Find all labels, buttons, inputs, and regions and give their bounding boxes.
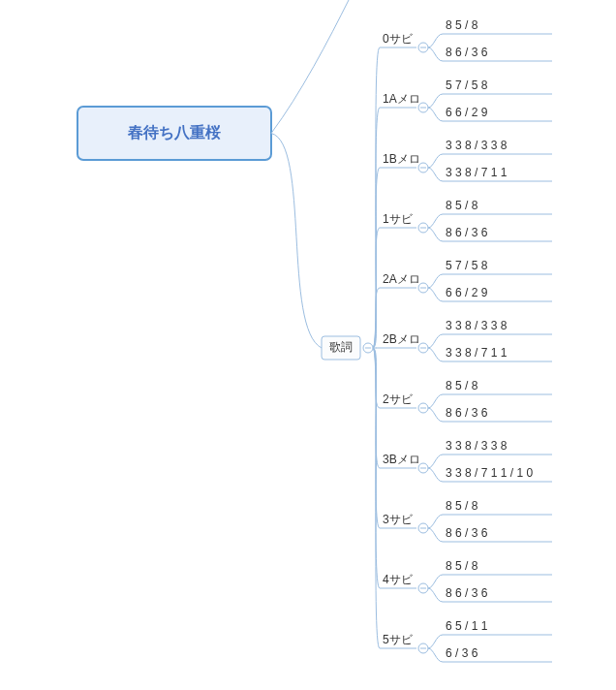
connector-kashi-section — [373, 288, 380, 348]
section-label[interactable]: 2Bメロ — [383, 332, 420, 346]
leaf-value: 3 3 8 / 7 1 1 — [446, 166, 508, 179]
leaf-value: 8 5 / 8 — [446, 18, 478, 32]
root-title: 春待ち八重桜 — [127, 124, 221, 141]
connector-root-up — [271, 0, 349, 134]
leaf-value: 5 7 / 5 8 — [446, 78, 488, 92]
leaf-value: 8 6 / 3 6 — [446, 46, 488, 59]
connector-section-leaf — [428, 455, 443, 468]
leaf-value: 3 3 8 / 3 3 8 — [446, 319, 508, 332]
leaf-value: 8 6 / 3 6 — [446, 586, 488, 600]
section-label[interactable]: 4サビ — [383, 573, 414, 586]
section-label[interactable]: 2サビ — [383, 392, 414, 406]
connector-section-leaf — [428, 214, 443, 228]
connector-section-leaf — [428, 648, 443, 662]
connector-section-leaf — [428, 108, 443, 121]
connector-root-kashi — [271, 134, 322, 349]
connector-section-leaf — [428, 274, 443, 288]
connector-section-leaf — [428, 47, 443, 61]
leaf-value: 3 3 8 / 7 1 1 — [446, 346, 508, 360]
connector-section-leaf — [428, 468, 443, 482]
section-label[interactable]: 1サビ — [383, 212, 414, 226]
kashi-label: 歌詞 — [329, 340, 353, 354]
connector-section-leaf — [428, 34, 443, 47]
leaf-value: 6 / 3 6 — [446, 646, 478, 660]
connector-section-leaf — [428, 588, 443, 602]
connector-section-leaf — [428, 348, 443, 361]
connector-section-leaf — [428, 288, 443, 301]
section-label[interactable]: 1Bメロ — [383, 152, 420, 166]
leaf-value: 8 6 / 3 6 — [446, 526, 488, 540]
leaf-value: 8 5 / 8 — [446, 499, 478, 513]
section-label[interactable]: 5サビ — [383, 633, 414, 646]
leaf-value: 6 6 / 2 9 — [446, 286, 488, 299]
connector-section-leaf — [428, 94, 443, 108]
section-label[interactable]: 0サビ — [383, 32, 414, 46]
connector-section-leaf — [428, 228, 443, 241]
leaf-value: 6 5 / 1 1 — [446, 619, 488, 633]
leaf-value: 8 5 / 8 — [446, 199, 478, 212]
connector-section-leaf — [428, 575, 443, 588]
connector-section-leaf — [428, 154, 443, 168]
connector-section-leaf — [428, 394, 443, 408]
connector-section-leaf — [428, 168, 443, 181]
leaf-value: 3 3 8 / 3 3 8 — [446, 139, 508, 152]
leaf-value: 8 5 / 8 — [446, 379, 478, 392]
connector-section-leaf — [428, 635, 443, 648]
section-label[interactable]: 2Aメロ — [383, 272, 420, 286]
leaf-value: 3 3 8 / 3 3 8 — [446, 439, 508, 453]
section-label[interactable]: 3サビ — [383, 513, 414, 526]
connector-section-leaf — [428, 515, 443, 528]
connector-kashi-section — [373, 348, 380, 648]
leaf-value: 5 7 / 5 8 — [446, 259, 488, 272]
leaf-value: 8 5 / 8 — [446, 559, 478, 573]
leaf-value: 8 6 / 3 6 — [446, 226, 488, 239]
connector-section-leaf — [428, 334, 443, 348]
connector-section-leaf — [428, 528, 443, 542]
leaf-value: 3 3 8 / 7 1 1 / 1 0 — [446, 466, 533, 480]
connector-section-leaf — [428, 408, 443, 422]
section-label[interactable]: 3Bメロ — [383, 453, 420, 466]
section-label[interactable]: 1Aメロ — [383, 92, 420, 106]
leaf-value: 8 6 / 3 6 — [446, 406, 488, 420]
leaf-value: 6 6 / 2 9 — [446, 106, 488, 119]
